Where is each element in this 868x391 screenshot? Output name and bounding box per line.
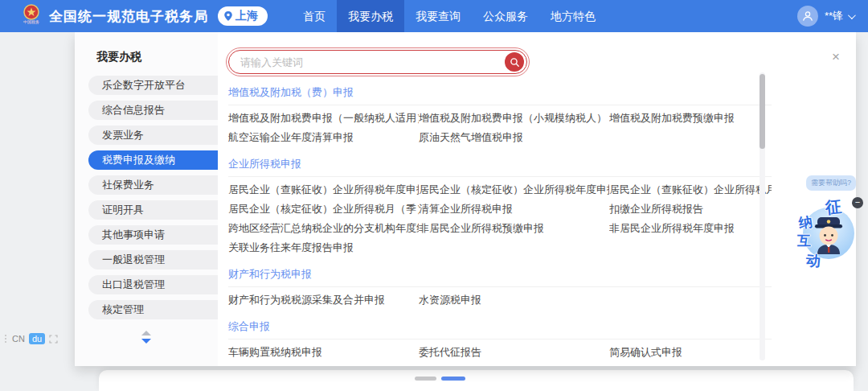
service-link[interactable]: 水资源税申报 bbox=[419, 290, 609, 310]
sidebar-item[interactable]: 税费申报及缴纳 bbox=[88, 150, 218, 170]
search-button[interactable] bbox=[505, 52, 524, 72]
close-icon[interactable]: × bbox=[832, 50, 840, 64]
service-link[interactable]: 跨地区经营汇总纳税企业的分支机构年度纳税... bbox=[228, 219, 419, 238]
top-bar: 中国税务 全国统一规范电子税务局 上海 首页我要办税我要查询公众服务地方特色 *… bbox=[0, 0, 868, 32]
user-icon bbox=[801, 10, 814, 23]
service-link[interactable]: 原油天然气增值税申报 bbox=[419, 128, 609, 147]
background-page-card bbox=[99, 370, 854, 391]
nav-item[interactable]: 我要查询 bbox=[404, 0, 472, 32]
user-area: **锋 bbox=[797, 6, 868, 27]
nav-item[interactable]: 首页 bbox=[292, 0, 337, 32]
national-emblem-icon bbox=[23, 4, 39, 20]
service-link[interactable]: 居民企业（核定征收）企业所得税月（季）度... bbox=[228, 200, 419, 219]
nav-item[interactable]: 地方特色 bbox=[539, 0, 607, 32]
search-box bbox=[228, 50, 527, 74]
service-link[interactable]: 关联业务往来年度报告申报 bbox=[228, 238, 419, 257]
assistant-widget: 需要帮助吗? − 征纳互动 bbox=[796, 175, 866, 270]
category-sidebar: 我要办税 乐企数字开放平台综合信息报告发票业务税费申报及缴纳社保费业务证明开具其… bbox=[75, 32, 218, 366]
service-link[interactable]: 居民企业（查账征收）企业所得税年度申报 bbox=[228, 180, 419, 200]
service-section: 企业所得税申报居民企业（查账征收）企业所得税年度申报居民企业（核定征收）企业所得… bbox=[228, 149, 772, 259]
minimize-button[interactable]: − bbox=[852, 197, 863, 208]
search-icon bbox=[510, 57, 520, 68]
service-link[interactable]: 增值税及附加税费预缴申报 bbox=[609, 109, 772, 128]
avatar[interactable] bbox=[797, 6, 818, 27]
sidebar-item[interactable]: 证明开具 bbox=[88, 200, 218, 220]
chevron-down-icon bbox=[848, 11, 856, 19]
location-pin-icon bbox=[223, 10, 233, 22]
nav-item[interactable]: 我要办税 bbox=[337, 0, 404, 32]
carousel-pagination bbox=[415, 377, 465, 381]
location-label: 上海 bbox=[235, 9, 258, 23]
service-link[interactable]: 非居民企业所得税预缴申报 bbox=[419, 219, 609, 238]
sidebar-pager bbox=[141, 331, 151, 344]
mascot-char: 动 bbox=[805, 250, 821, 270]
sidebar-list: 乐企数字开放平台综合信息报告发票业务税费申报及缴纳社保费业务证明开具其他事项申请… bbox=[75, 76, 218, 319]
sidebar-item[interactable]: 核定管理 bbox=[88, 300, 218, 319]
search-input[interactable] bbox=[229, 56, 505, 68]
tax-bureau-logo: 中国税务 bbox=[21, 4, 42, 28]
mascot-char: 纳 bbox=[797, 212, 813, 233]
mascot-char: 征 bbox=[825, 196, 843, 219]
sidebar-item[interactable]: 出口退税管理 bbox=[88, 275, 218, 294]
service-link[interactable]: 车辆购置税纳税申报 bbox=[228, 343, 419, 362]
scroll-down-arrow[interactable] bbox=[141, 339, 151, 344]
service-link[interactable]: 非居民企业所得税年度申报 bbox=[609, 219, 772, 238]
logo-caption: 中国税务 bbox=[23, 20, 39, 24]
service-link[interactable]: 清算企业所得税申报 bbox=[419, 200, 609, 219]
ime-badge[interactable]: du bbox=[29, 333, 45, 344]
service-link[interactable]: 居民企业（查账征收）企业所得税月（季）度... bbox=[609, 180, 772, 200]
ime-indicator: CN du bbox=[5, 333, 58, 344]
service-link[interactable]: 简易确认式申报 bbox=[609, 343, 772, 362]
nav-item[interactable]: 公众服务 bbox=[472, 0, 539, 32]
tax-menu-panel: 我要办税 乐企数字开放平台综合信息报告发票业务税费申报及缴纳社保费业务证明开具其… bbox=[75, 32, 856, 366]
services-list: 增值税及附加税（费）申报增值税及附加税费申报（一般纳税人适用）增值税及附加税费申… bbox=[228, 77, 772, 362]
sidebar-item[interactable]: 一般退税管理 bbox=[88, 250, 218, 270]
ime-drag-handle[interactable] bbox=[5, 335, 6, 343]
service-link[interactable]: 增值税及附加税费申报（一般纳税人适用） bbox=[228, 109, 419, 128]
service-link[interactable]: 扣缴企业所得税报告 bbox=[609, 200, 772, 219]
assistant-tooltip: 需要帮助吗? bbox=[806, 175, 856, 191]
pagination-dot[interactable] bbox=[441, 377, 465, 381]
sidebar-item[interactable]: 发票业务 bbox=[88, 126, 218, 145]
sidebar-item[interactable]: 社保费业务 bbox=[88, 175, 218, 195]
section-title: 财产和行为税申报 bbox=[228, 259, 772, 287]
sidebar-item[interactable]: 综合信息报告 bbox=[88, 101, 218, 120]
section-title: 企业所得税申报 bbox=[228, 149, 772, 177]
service-link[interactable]: 财产和行为税税源采集及合并申报 bbox=[228, 290, 419, 310]
sidebar-item[interactable]: 乐企数字开放平台 bbox=[88, 76, 218, 95]
ime-fullscreen-icon[interactable] bbox=[49, 335, 58, 344]
sidebar-item[interactable]: 其他事项申请 bbox=[88, 225, 218, 245]
scroll-up-arrow[interactable] bbox=[141, 331, 151, 335]
section-title: 综合申报 bbox=[228, 311, 772, 340]
section-title: 增值税及附加税（费）申报 bbox=[228, 77, 772, 105]
user-name[interactable]: **锋 bbox=[825, 9, 843, 23]
search-row bbox=[218, 32, 856, 74]
service-section: 增值税及附加税（费）申报增值税及附加税费申报（一般纳税人适用）增值税及附加税费申… bbox=[228, 77, 772, 149]
service-section: 综合申报车辆购置税纳税申报委托代征报告简易确认式申报综合关联式申报对外支付综合办… bbox=[228, 311, 772, 362]
main-nav: 首页我要办税我要查询公众服务地方特色 bbox=[292, 0, 607, 32]
service-section: 财产和行为税申报财产和行为税税源采集及合并申报水资源税申报 bbox=[228, 259, 772, 311]
service-link[interactable]: 增值税及附加税费申报（小规模纳税人） bbox=[419, 109, 609, 128]
pagination-dot[interactable] bbox=[415, 377, 436, 381]
services-main: × 增值税及附加税（费）申报增值税及附加税费申报（一般纳税人适用）增值税及附加税… bbox=[218, 32, 856, 366]
scrollbar-thumb[interactable] bbox=[760, 74, 765, 149]
sidebar-header: 我要办税 bbox=[96, 50, 218, 64]
site-title: 全国统一规范电子税务局 bbox=[49, 7, 208, 26]
service-link[interactable]: 居民企业（核定征收）企业所得税年度申报 bbox=[419, 180, 609, 200]
scrollbar-track bbox=[760, 72, 765, 360]
location-selector[interactable]: 上海 bbox=[218, 6, 268, 26]
service-link[interactable]: 航空运输企业年度清算申报 bbox=[228, 128, 419, 147]
mascot-char: 互 bbox=[797, 232, 811, 250]
ime-language-label[interactable]: CN bbox=[12, 334, 25, 344]
service-link[interactable]: 委托代征报告 bbox=[419, 343, 609, 362]
